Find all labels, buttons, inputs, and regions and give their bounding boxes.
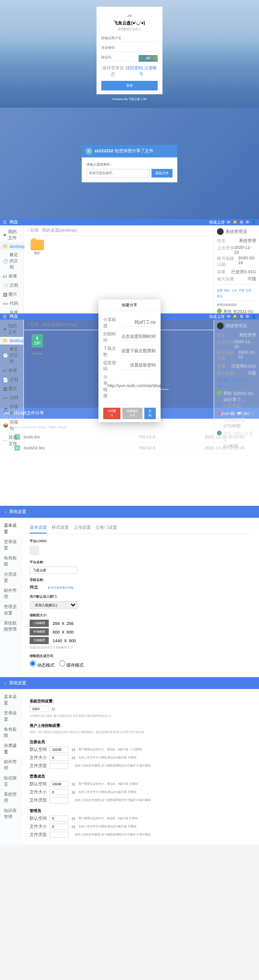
radio-dynamic[interactable]: 动态模式 — [30, 660, 54, 668]
settings-nav-item[interactable]: 知识库管理 — [0, 806, 23, 822]
quick-link[interactable]: 上传 — [231, 379, 237, 383]
topbar-icon[interactable]: 👤 — [251, 314, 256, 319]
settings-nav-item[interactable]: 系统管理 — [0, 790, 23, 806]
quick-link[interactable]: 更多 — [217, 294, 223, 299]
settings-nav-item[interactable]: 角色权限 — [0, 553, 23, 569]
row-input[interactable] — [50, 746, 69, 753]
app-logo[interactable]: 网盘 — [10, 313, 18, 320]
modal-row-value[interactable]: 我js打工zip — [118, 319, 156, 327]
back-button[interactable]: ‹ 后退 — [28, 227, 39, 234]
modal-row-value[interactable]: 点击设置到期时间 — [118, 334, 156, 341]
space-input[interactable] — [30, 706, 49, 712]
sidebar-item[interactable]: 🕐最近的文档 — [0, 250, 23, 272]
sidebar-item[interactable]: ⋯其他文件 — [0, 433, 23, 448]
back-icon[interactable]: ‹ — [5, 510, 6, 514]
topbar-icon[interactable]: 快速上传 — [209, 220, 225, 225]
captcha-input[interactable] — [101, 54, 137, 61]
sidebar-item[interactable]: ★我的文件 — [0, 227, 23, 243]
settings-nav-item[interactable]: 登录设置 — [0, 708, 23, 724]
quick-link[interactable]: 更多 — [217, 384, 223, 389]
quick-link[interactable]: 桌面 — [217, 289, 223, 293]
breadcrumb-path[interactable]: 我的桌面(desktop) — [42, 227, 77, 234]
sidebar-item[interactable]: 🕐最近的文档 — [0, 345, 23, 366]
modal-row-value[interactable]: 设置下载次数限制 — [118, 348, 156, 356]
settings-nav-item[interactable]: 邮件管理 — [0, 586, 23, 602]
settings-nav-item[interactable]: 管理员设置 — [0, 602, 23, 618]
quick-link[interactable]: 下载 — [238, 289, 244, 293]
activity-item[interactable]: 系统 在2021-01-18分享了...17分钟前 — [217, 390, 256, 409]
topbar-icon[interactable]: ⊞ — [240, 220, 243, 224]
topbar-icon[interactable]: 🔔 — [233, 314, 237, 319]
quick-link[interactable]: 桌面 — [217, 379, 223, 383]
username-input[interactable] — [101, 34, 158, 42]
app-logo[interactable]: 网盘 — [10, 219, 18, 225]
platform-name-input[interactable] — [30, 567, 77, 574]
quick-link[interactable]: 文件 — [246, 289, 251, 293]
settings-tab[interactable]: 上传设置 — [74, 523, 91, 534]
settings-nav-item[interactable]: 登录设置 — [0, 537, 23, 553]
default-dept-select[interactable]: 未加入组(默认) — [30, 601, 77, 609]
row-input[interactable] — [50, 815, 69, 822]
sidebar-item[interactable]: 📁desktop — [0, 337, 23, 345]
sidebar-item[interactable]: 📄文档 — [0, 375, 23, 384]
row-input[interactable] — [50, 832, 69, 838]
row-input[interactable] — [50, 781, 69, 787]
menu-icon[interactable]: ☰ — [3, 220, 7, 225]
settings-tab[interactable]: 基本设置 — [30, 523, 47, 534]
row-input[interactable] — [50, 797, 69, 803]
row-input[interactable] — [50, 763, 69, 769]
sidebar-item[interactable]: 🏷标签 — [0, 366, 23, 375]
row-input[interactable] — [50, 755, 69, 761]
topbar-icon[interactable]: ✉ — [227, 314, 230, 319]
topbar-icon[interactable]: ⚙ — [246, 314, 249, 319]
extract-password-input[interactable] — [86, 169, 150, 178]
activity-item[interactable]: 系统 2021-01通知2小时前 — [217, 431, 256, 449]
settings-nav-item[interactable]: 基本设置 — [0, 692, 23, 708]
user-avatar[interactable] — [217, 323, 224, 329]
quick-link[interactable]: 文件 — [246, 379, 251, 383]
topbar-icon[interactable]: ✉ — [227, 220, 230, 224]
sidebar-item[interactable]: <>代码 — [0, 393, 23, 402]
topbar-icon[interactable]: 🔔 — [233, 220, 237, 224]
settings-tab[interactable]: 公告门设置 — [96, 523, 117, 534]
modal-row-value[interactable]: 设置提取密码 — [118, 362, 156, 370]
settings-nav-item[interactable]: 短信留言 — [0, 773, 23, 790]
activity-item[interactable]: admin 在2021-01创建公告17分钟前 — [217, 411, 256, 429]
login-button[interactable]: 登录 — [101, 81, 158, 90]
sidebar-item[interactable]: 📄文档 — [0, 281, 23, 290]
row-input[interactable] — [50, 824, 69, 830]
quick-link[interactable]: 下载 — [238, 379, 244, 383]
sidebar-item[interactable]: <>代码 — [0, 299, 23, 308]
captcha-image[interactable]: B6 — [139, 55, 158, 62]
remember-checkbox-label[interactable]: 保持登录状态 — [101, 65, 125, 78]
row-input[interactable] — [50, 789, 69, 795]
topbar-icon[interactable]: 👤 — [251, 220, 256, 224]
settings-nav-item[interactable]: 分类设置 — [0, 741, 23, 757]
radio-cache[interactable]: 缓存模式 — [59, 660, 84, 668]
sidebar-item[interactable]: 🖼图片 — [0, 290, 23, 299]
topbar-icon[interactable]: 快速上传 — [209, 314, 225, 319]
breadcrumb-path[interactable]: 我的桌面(desktop) — [42, 322, 77, 328]
topbar-icon[interactable]: ⚙ — [246, 220, 249, 224]
sidebar-item[interactable]: ★我的文件 — [0, 322, 23, 337]
modal-view-button[interactable]: 查看我的分享 — [122, 408, 142, 419]
modal-cancel-button[interactable]: 关闭窗口 — [103, 408, 120, 419]
back-button[interactable]: ‹ 后退 — [28, 322, 39, 328]
sidebar-item[interactable]: 🎵音视频 — [0, 402, 23, 418]
modal-row-value[interactable]: http://yun.niufx.com/s/p/share/... — [108, 383, 169, 390]
file-item[interactable]: ⬇ZIPtest.zip14.91 M — [28, 334, 47, 355]
menu-icon[interactable]: ☰ — [3, 314, 7, 319]
sidebar-item[interactable]: 🖼图片 — [0, 384, 23, 393]
forgot-link[interactable]: 找回密码 — [126, 66, 143, 70]
modal-copy-button[interactable]: 复制 — [144, 408, 156, 419]
sidebar-item[interactable]: 📁desktop — [0, 243, 23, 250]
logo-placeholder[interactable] — [30, 546, 39, 555]
extract-button[interactable]: 提取文件 — [151, 169, 173, 178]
settings-nav-item[interactable]: 基本设置 — [0, 521, 23, 537]
sidebar-item[interactable]: 📦压缩包 — [0, 418, 23, 433]
password-input[interactable] — [101, 44, 158, 52]
back-icon[interactable]: ‹ — [5, 681, 6, 686]
topbar-icon[interactable]: ⊞ — [240, 314, 243, 319]
settings-tab[interactable]: 样式设置 — [52, 523, 69, 534]
settings-nav-item[interactable]: 系统权限管理 — [0, 618, 23, 635]
